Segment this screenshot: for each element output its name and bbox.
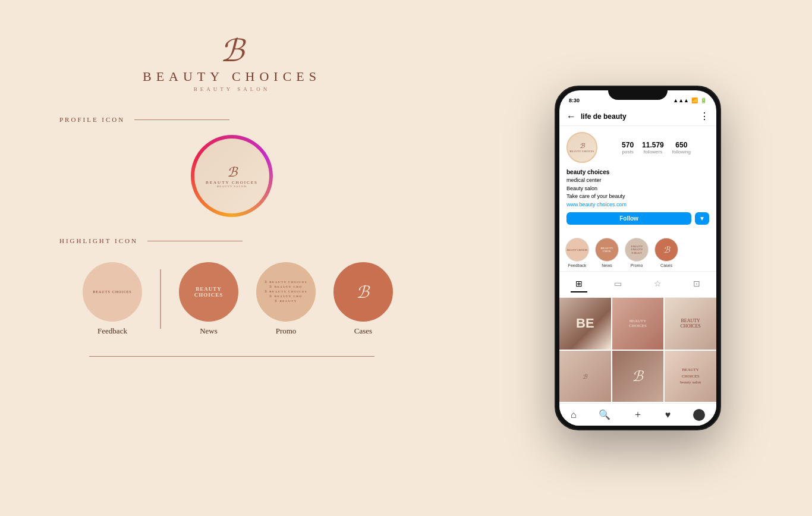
bottom-divider (89, 356, 374, 357)
phone-screen: 8:30 ▲▲▲ 📶 🔋 ← life de beauty ⋮ (559, 90, 716, 426)
nav-profile[interactable] (693, 409, 705, 421)
highlight-circle-cases: ℬ (333, 262, 393, 322)
grid-cell-6: BEAUTYCHOICESbeauty salon (665, 351, 716, 402)
story-label-feedback: Feedback (568, 263, 587, 268)
profile-icon-section-label: PROFILE ICON (36, 116, 428, 123)
feedback-circle-text: BEAUTY CHOICES (93, 290, 131, 294)
grid-cell-inner-4: ℬ (559, 351, 611, 402)
ig-stat-followers: 11.579 followers (642, 141, 664, 155)
grid-cell-1: BE (559, 298, 611, 350)
nav-likes[interactable]: ♥ (665, 410, 671, 420)
story-label-news: News (602, 263, 612, 268)
news-circle-text: BEAUTYCHOICES (194, 286, 224, 298)
highlight-circle-feedback: BEAUTY CHOICES (83, 262, 142, 322)
following-label: following (672, 149, 691, 155)
back-button[interactable]: ← (566, 111, 576, 122)
grid-cell-inner-6: BEAUTYCHOICESbeauty salon (665, 351, 716, 402)
feedback-label: Feedback (97, 326, 127, 336)
battery-icon: 🔋 (700, 97, 707, 103)
ig-stat-following: 650 following (672, 141, 691, 155)
ig-follow-row: Follow ▼ (566, 212, 709, 225)
nav-add[interactable]: ＋ (633, 408, 643, 421)
grid-cell-2: BEAUTYCHOICES (612, 298, 664, 350)
ig-tabs: ⊞ ▭ ☆ ⊡ (559, 272, 716, 298)
bio-name: beauty choices (566, 168, 709, 177)
ig-profile: ℬ BEAUTY CHOICES 570 posts 11.579 foll (559, 126, 716, 234)
nav-home[interactable]: ⌂ (571, 410, 577, 420)
highlight-separator (160, 269, 161, 329)
ig-avatar-symbol: ℬ (580, 142, 585, 150)
right-panel: 8:30 ▲▲▲ 📶 🔋 ← life de beauty ⋮ (464, 0, 812, 516)
brand-symbol: ℬ (220, 36, 244, 67)
highlight-circle-promo: ℬ BEAUTY CHOICES ℬ BEAUTY CHO ℬ BEAUTY C… (256, 262, 316, 322)
highlight-circle-news: BEAUTYCHOICES (179, 262, 238, 322)
profile-inner-sub: BEAUTY SALON (217, 185, 247, 188)
ig-grid: BE BEAUTYCHOICES BEAUTYCHOICES (559, 298, 716, 402)
ig-profile-top: ℬ BEAUTY CHOICES 570 posts 11.579 foll (566, 132, 709, 163)
phone-mockup: 8:30 ▲▲▲ 📶 🔋 ← life de beauty ⋮ (555, 86, 721, 430)
wifi-icon: 📶 (691, 97, 698, 103)
ig-bio: beauty choices medical center Beauty sal… (566, 168, 709, 209)
bio-line-1: medical center (566, 177, 709, 185)
highlight-item-cases: ℬ Cases (333, 262, 393, 336)
bio-link[interactable]: www.beauty choices.com (566, 201, 709, 209)
grid-cell-inner-1: BE (559, 298, 611, 350)
signal-icon: ▲▲▲ (673, 97, 689, 103)
following-count: 650 (675, 141, 687, 149)
profile-icon-divider (134, 119, 229, 120)
follow-dropdown[interactable]: ▼ (695, 212, 709, 225)
page-container: ℬ BEAUTY CHOICES BEAUTY SALON PROFILE IC… (0, 0, 812, 516)
grid-cell-4: ℬ (559, 351, 611, 402)
profile-icon-area: ℬ BEAUTY CHOICES BEAUTY SALON (191, 135, 273, 217)
ig-avatar-text: BEAUTY CHOICES (569, 150, 594, 153)
posts-count: 570 (622, 141, 634, 149)
followers-label: followers (644, 149, 663, 155)
story-cases[interactable]: ℬ Cases (654, 238, 678, 268)
story-label-cases: Cases (660, 263, 672, 268)
status-icons: ▲▲▲ 📶 🔋 (673, 97, 707, 103)
profile-circle: ℬ BEAUTY CHOICES BEAUTY SALON (194, 139, 269, 213)
story-circle-promo: ℬ BEAUTYℬ BEAUTYℬ BEAUT (625, 238, 649, 262)
highlight-item-promo: ℬ BEAUTY CHOICES ℬ BEAUTY CHO ℬ BEAUTY C… (256, 262, 316, 336)
more-button[interactable]: ⋮ (700, 111, 709, 122)
phone-notch (608, 87, 668, 100)
highlight-item-feedback: BEAUTY CHOICES Feedback (83, 262, 142, 336)
profile-inner-title: BEAUTY CHOICES (206, 180, 258, 185)
ig-stats: 570 posts 11.579 followers 650 following (603, 141, 709, 155)
story-feedback[interactable]: BEAUTY CHOICES Feedback (565, 238, 589, 268)
story-promo[interactable]: ℬ BEAUTYℬ BEAUTYℬ BEAUT Promo (625, 238, 649, 268)
story-circle-news: BEAUTYCHOI. (595, 238, 619, 262)
ig-username: life de beauty (581, 112, 700, 121)
highlight-icon-divider (147, 241, 243, 241)
grid-cell-inner-5: ℬ (612, 351, 664, 402)
tab-grid[interactable]: ⊞ (571, 276, 587, 292)
profile-icon-label-text: PROFILE ICON (59, 116, 125, 123)
follow-button[interactable]: Follow (566, 212, 691, 225)
tab-tagged[interactable]: ☆ (649, 276, 666, 292)
bio-line-3: Take care of your beauty (566, 193, 709, 201)
story-label-promo: Promo (631, 263, 643, 268)
cases-label: Cases (354, 326, 372, 336)
tab-list[interactable]: ▭ (609, 276, 627, 292)
story-circle-cases: ℬ (654, 238, 678, 262)
followers-count: 11.579 (642, 141, 664, 149)
promo-circle-text: ℬ BEAUTY CHOICES ℬ BEAUTY CHO ℬ BEAUTY C… (265, 280, 307, 304)
nav-search[interactable]: 🔍 (599, 409, 610, 420)
left-panel: ℬ BEAUTY CHOICES BEAUTY SALON PROFILE IC… (0, 0, 464, 516)
status-time: 8:30 (569, 97, 580, 103)
profile-symbol: ℬ (227, 165, 237, 180)
posts-label: posts (622, 149, 634, 155)
ig-stat-posts: 570 posts (622, 141, 634, 155)
highlight-icon-section-label: HIGHLIGHT ICON (36, 237, 428, 244)
story-circle-feedback: BEAUTY CHOICES (565, 238, 589, 262)
story-news[interactable]: BEAUTYCHOI. News (595, 238, 619, 268)
bio-line-2: Beauty salon (566, 185, 709, 193)
news-label: News (200, 326, 218, 336)
grid-cell-inner-2: BEAUTYCHOICES (612, 298, 664, 350)
grid-cell-inner-3: BEAUTYCHOICES (665, 298, 716, 350)
ig-header: ← life de beauty ⋮ (559, 107, 716, 126)
promo-label: Promo (276, 326, 297, 336)
highlight-icons-container: BEAUTY CHOICES Feedback BEAUTYCHOICES Ne… (71, 262, 393, 336)
highlight-item-news: BEAUTYCHOICES News (179, 262, 238, 336)
tab-reels[interactable]: ⊡ (688, 276, 705, 292)
